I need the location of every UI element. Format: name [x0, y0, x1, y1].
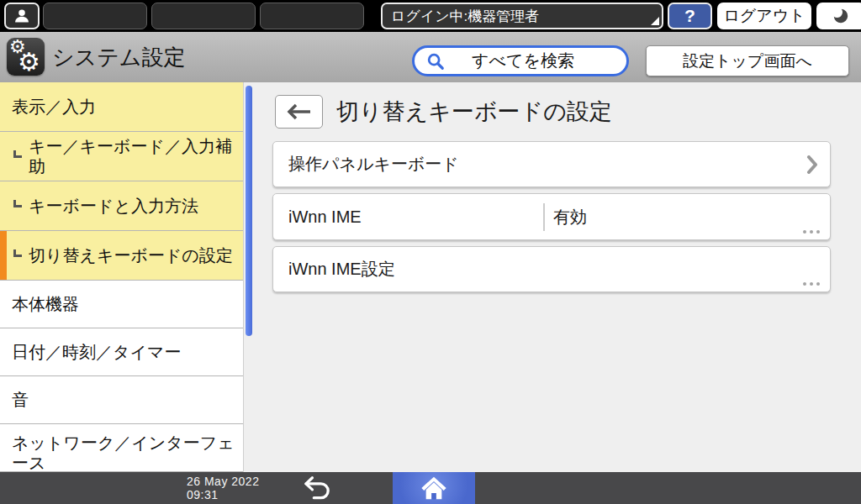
- sidebar-item-label: ネットワーク／インターフェース: [12, 433, 235, 472]
- ellipsis-icon: [803, 282, 820, 286]
- settings-category-sidebar: 表示／入力 キー／キーボード／入力補助 キーボードと入力方法 切り替えキーボード…: [0, 82, 244, 472]
- time-label: 09:31: [187, 488, 259, 501]
- bottom-nav-bar: 26 May 2022 09:31: [0, 472, 861, 504]
- system-settings-app-icon: ⚙ ⚙: [7, 38, 45, 76]
- row-label: 操作パネルキーボード: [288, 142, 459, 186]
- gear-icon: ⚙: [18, 47, 40, 76]
- row-operation-panel-keyboard[interactable]: 操作パネルキーボード: [272, 141, 831, 187]
- app-header: ⚙ ⚙ システム設定 すべてを検索 設定トップ画面へ: [0, 32, 861, 82]
- search-placeholder: すべてを検索: [445, 50, 615, 72]
- user-icon: [13, 8, 30, 24]
- moon-icon: [832, 7, 850, 25]
- login-status-dropdown[interactable]: ログイン中:機器管理者: [381, 3, 663, 29]
- date-label: 26 May 2022: [187, 475, 259, 488]
- sidebar-scrollbar[interactable]: [246, 86, 252, 336]
- search-input[interactable]: すべてを検索: [412, 45, 629, 76]
- logout-label: ログアウト: [723, 5, 805, 27]
- sidebar-item-label: 日付／時刻／タイマー: [12, 342, 235, 362]
- sidebar-item-display-input[interactable]: 表示／入力: [0, 82, 243, 132]
- row-label: iWnn IME: [288, 194, 362, 239]
- back-arrow-icon: [286, 102, 313, 121]
- indent-corner-icon: [13, 150, 22, 158]
- sidebar-item-date-time-timer[interactable]: 日付／時刻／タイマー: [0, 328, 243, 376]
- row-iwnn-ime[interactable]: iWnn IME 有効: [272, 193, 831, 240]
- help-button[interactable]: ?: [668, 3, 712, 29]
- app-slot-button-1[interactable]: [43, 3, 147, 29]
- app-slot-button-3[interactable]: [260, 3, 364, 29]
- app-slot-button-2[interactable]: [151, 3, 256, 29]
- help-label: ?: [684, 6, 695, 26]
- sidebar-item-network-interface[interactable]: ネットワーク／インターフェース: [0, 424, 243, 472]
- user-button[interactable]: [4, 3, 40, 29]
- app-title: システム設定: [52, 32, 185, 82]
- sidebar-item-label: 表示／入力: [12, 97, 235, 117]
- sidebar-item-keyboard-input-method[interactable]: キーボードと入力方法: [0, 181, 243, 231]
- settings-top-screen-button[interactable]: 設定トップ画面へ: [646, 45, 849, 76]
- sidebar-item-machine[interactable]: 本体機器: [0, 281, 243, 328]
- top-status-bar: ログイン中:機器管理者 ? ログアウト: [0, 0, 861, 32]
- indent-corner-icon: [13, 200, 22, 207]
- sidebar-item-label: 本体機器: [12, 294, 235, 314]
- dropdown-corner-icon: [651, 17, 659, 25]
- selected-indicator: [0, 231, 7, 280]
- row-iwnn-ime-settings[interactable]: iWnn IME設定: [272, 246, 831, 292]
- sidebar-item-switch-keyboard-settings[interactable]: 切り替えキーボードの設定: [0, 231, 243, 281]
- page-title: 切り替えキーボードの設定: [336, 93, 612, 130]
- home-icon: [420, 475, 447, 501]
- ellipsis-icon: [803, 230, 820, 234]
- sleep-mode-button[interactable]: [816, 3, 861, 29]
- login-status-label: ログイン中:機器管理者: [391, 7, 539, 26]
- sidebar-item-key-keyboard-input-assist[interactable]: キー／キーボード／入力補助: [0, 132, 243, 181]
- sidebar-item-sound[interactable]: 音: [0, 376, 243, 424]
- datetime-display: 26 May 2022 09:31: [187, 475, 259, 501]
- row-value: 有効: [553, 194, 587, 239]
- sidebar-item-label: キーボードと入力方法: [29, 196, 235, 216]
- sidebar-item-label: キー／キーボード／入力補助: [29, 136, 235, 176]
- sidebar-item-label: 音: [12, 390, 235, 410]
- logout-button[interactable]: ログアウト: [717, 3, 811, 29]
- back-button[interactable]: [275, 95, 323, 129]
- row-label: iWnn IME設定: [288, 247, 395, 291]
- search-icon: [426, 52, 445, 71]
- indent-corner-icon: [13, 249, 22, 257]
- nav-back-button[interactable]: [296, 474, 340, 502]
- main-panel: 切り替えキーボードの設定 操作パネルキーボード iWnn IME 有効 iWnn…: [261, 82, 861, 472]
- row-divider: [543, 203, 545, 231]
- sidebar-item-label: 切り替えキーボードの設定: [29, 245, 235, 265]
- undo-arrow-icon: [302, 475, 334, 501]
- nav-home-button[interactable]: [393, 472, 475, 504]
- settings-top-screen-label: 設定トップ画面へ: [683, 50, 812, 72]
- chevron-right-icon: [806, 155, 818, 174]
